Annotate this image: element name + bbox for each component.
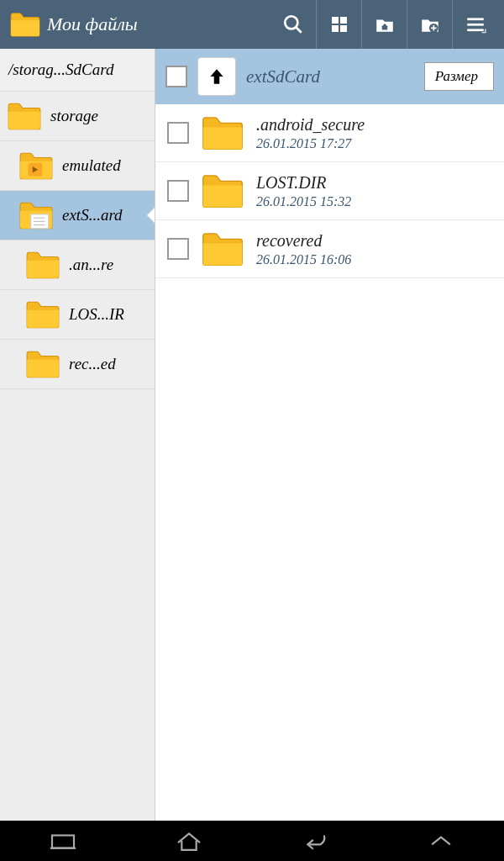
- file-date: 26.01.2015 16:06: [256, 252, 492, 267]
- file-date: 26.01.2015 15:32: [256, 194, 492, 209]
- folder-icon: [7, 100, 42, 132]
- file-item-0[interactable]: .android_secure 26.01.2015 17:27: [155, 104, 504, 162]
- folder-icon: [201, 114, 244, 151]
- main-header: extSdCard Размер: [155, 49, 504, 104]
- svg-rect-15: [52, 836, 74, 848]
- breadcrumb-path[interactable]: /storag...SdCard: [0, 49, 155, 92]
- back-button[interactable]: [281, 821, 349, 861]
- file-list: .android_secure 26.01.2015 17:27 LOST.DI…: [155, 104, 504, 821]
- file-item-1[interactable]: LOST.DIR 26.01.2015 15:32: [155, 162, 504, 220]
- sidebar-item-5[interactable]: rec...ed: [0, 340, 155, 389]
- file-info: recovered 26.01.2015 16:06: [256, 231, 492, 267]
- sidebar-item-3[interactable]: .an...re: [0, 240, 155, 290]
- sidebar-item-1[interactable]: emulated: [0, 141, 155, 191]
- file-checkbox[interactable]: [167, 180, 189, 202]
- app-header: Мои файлы: [0, 0, 504, 49]
- android-navbar: [0, 821, 504, 861]
- app-folder-icon: [7, 6, 44, 43]
- app-title: Мои файлы: [44, 13, 270, 35]
- svg-rect-9: [467, 29, 484, 31]
- sidebar-item-4[interactable]: LOS...IR: [0, 290, 155, 340]
- sidebar-item-label: storage: [50, 107, 98, 125]
- sidebar-item-label: extS...ard: [62, 206, 123, 224]
- folder-icon: [201, 172, 244, 209]
- folder-icon: [25, 249, 60, 281]
- main-panel: extSdCard Размер .android_secure 26.01.2…: [155, 49, 504, 821]
- menu-button[interactable]: [452, 0, 497, 49]
- file-date: 26.01.2015 17:27: [256, 136, 492, 151]
- svg-rect-7: [467, 18, 484, 20]
- file-name: LOST.DIR: [256, 173, 492, 193]
- svg-rect-3: [340, 17, 347, 24]
- sidebar-item-2[interactable]: extS...ard: [0, 191, 155, 240]
- sidebar-item-label: rec...ed: [69, 355, 116, 373]
- file-info: LOST.DIR 26.01.2015 15:32: [256, 173, 492, 209]
- folder-icon: [18, 150, 54, 182]
- folder-icon: [25, 298, 60, 330]
- sidebar-item-label: .an...re: [69, 256, 113, 274]
- current-folder-title: extSdCard: [246, 66, 414, 87]
- expand-button[interactable]: [407, 821, 475, 861]
- folder-icon: [25, 348, 60, 380]
- svg-point-0: [285, 16, 297, 29]
- sidebar-item-label: emulated: [62, 156, 121, 175]
- file-item-2[interactable]: recovered 26.01.2015 16:06: [155, 220, 504, 278]
- content-area: /storag...SdCard storageemulatedextS...a…: [0, 49, 504, 821]
- add-folder-button[interactable]: [407, 0, 452, 49]
- svg-line-1: [296, 27, 302, 33]
- file-info: .android_secure 26.01.2015 17:27: [256, 115, 492, 151]
- svg-rect-4: [332, 25, 339, 32]
- file-name: .android_secure: [256, 115, 492, 135]
- sidebar-item-0[interactable]: storage: [0, 92, 155, 141]
- sidebar-item-label: LOS...IR: [69, 305, 124, 324]
- home-folder-button[interactable]: [361, 0, 407, 49]
- folder-icon: [18, 199, 54, 231]
- grid-view-button[interactable]: [316, 0, 361, 49]
- file-checkbox[interactable]: [167, 122, 189, 144]
- header-actions: [270, 0, 497, 49]
- home-button[interactable]: [155, 821, 223, 861]
- folder-icon: [201, 230, 244, 267]
- svg-rect-5: [340, 25, 347, 32]
- file-checkbox[interactable]: [167, 238, 189, 260]
- search-button[interactable]: [270, 0, 316, 49]
- svg-rect-8: [467, 24, 484, 26]
- select-all-checkbox[interactable]: [165, 66, 187, 87]
- sidebar: /storag...SdCard storageemulatedextS...a…: [0, 49, 155, 821]
- recent-apps-button[interactable]: [29, 821, 97, 861]
- file-name: recovered: [256, 231, 492, 251]
- up-button[interactable]: [197, 57, 236, 96]
- sort-button[interactable]: Размер: [424, 62, 494, 91]
- svg-rect-2: [332, 17, 339, 24]
